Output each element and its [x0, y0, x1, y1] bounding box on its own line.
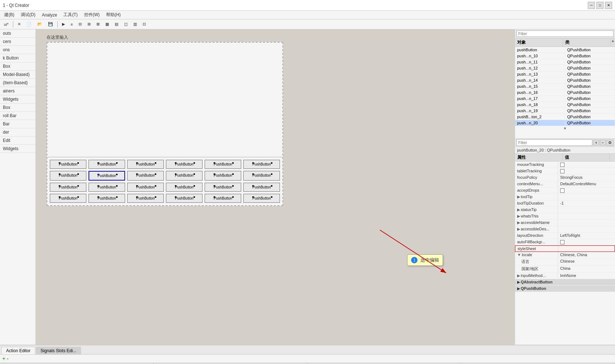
prop-filter-input[interactable] — [516, 139, 592, 146]
sidebar-item-box2[interactable]: Box — [0, 104, 35, 112]
sidebar-item-box[interactable]: Box — [0, 62, 35, 71]
sidebar-item-widgets[interactable]: Widgets — [0, 95, 35, 104]
object-row-1[interactable]: push...n_10QPushButton — [515, 53, 615, 59]
push-button-2-3[interactable]: PushButton — [166, 183, 202, 192]
prop-settings-button[interactable]: ⚙ — [606, 140, 614, 146]
maximize-button[interactable]: □ — [596, 2, 604, 9]
push-button-0-1[interactable]: PushButton — [89, 160, 125, 169]
checkbox-1[interactable] — [560, 169, 564, 173]
sidebar-item-model[interactable]: Model-Based) — [0, 71, 35, 79]
object-row-6[interactable]: push...n_15QPushButton — [515, 83, 615, 90]
prop-row-5[interactable]: ▶toolTip — [515, 194, 615, 200]
toolbar-save[interactable]: 💾 — [46, 21, 56, 28]
scroll-down-arrow[interactable]: ▼ — [515, 126, 615, 131]
prop-value-17[interactable]: ImhNone — [558, 273, 615, 279]
push-button-3-5[interactable]: PushButton — [243, 194, 280, 203]
prop-value-11[interactable]: LeftToRight — [558, 233, 615, 239]
object-row-7[interactable]: push...n_16QPushButton — [515, 90, 615, 96]
object-row-3[interactable]: push...n_12QPushButton — [515, 65, 615, 71]
sidebar-item-bar[interactable]: Bar — [0, 120, 35, 128]
close-button[interactable]: ✕ — [605, 2, 612, 9]
toolbar-layout7[interactable]: ◫ — [121, 21, 130, 28]
add-action-button[interactable]: + — [2, 355, 5, 362]
remove-action-button[interactable]: - — [7, 356, 9, 361]
menu-tools[interactable]: 工具(T) — [61, 11, 80, 19]
prop-row-16[interactable]: 国家/地区 China — [515, 265, 615, 273]
prop-add-button[interactable]: + — [593, 140, 599, 145]
prop-row-11[interactable]: layoutDirection LeftToRight — [515, 233, 615, 239]
sidebar-item-rollbar[interactable]: roll Bar — [0, 112, 35, 120]
object-row-0[interactable]: pushButtonQPushButton — [515, 47, 615, 53]
toolbar-layout6[interactable]: ▤ — [112, 21, 121, 28]
prop-value-0[interactable] — [558, 162, 615, 168]
prop-value-3[interactable]: DefaultContextMenu — [558, 181, 615, 187]
menu-analyze[interactable]: Analyze — [39, 12, 60, 18]
prop-row-9[interactable]: ▶accessibleName — [515, 220, 615, 226]
prop-value-7[interactable] — [558, 207, 615, 213]
prop-value-13[interactable] — [558, 246, 615, 252]
prop-row-6[interactable]: toolTipDuration -1 — [515, 200, 615, 207]
prop-row-8[interactable]: ▶whatsThis — [515, 213, 615, 220]
push-button-0-4[interactable]: PushButton — [205, 160, 241, 169]
prop-row-13[interactable]: styleSheet — [515, 245, 615, 252]
push-button-1-5[interactable]: PushButton — [243, 171, 280, 181]
prop-value-10[interactable] — [558, 226, 615, 232]
push-button-2-4[interactable]: PushButton — [205, 183, 241, 192]
push-button-2-5[interactable]: PushButton — [243, 183, 280, 192]
toolbar-layout8[interactable]: ▥ — [131, 21, 139, 28]
prop-value-16[interactable]: China — [558, 265, 615, 272]
sidebar-item-item[interactable]: (Item-Based) — [0, 79, 35, 87]
prop-value-9[interactable] — [558, 220, 615, 226]
prop-remove-button[interactable]: − — [600, 140, 606, 145]
toolbar-layout5[interactable]: ▦ — [103, 21, 111, 28]
prop-value-4[interactable] — [558, 187, 615, 193]
push-button-0-2[interactable]: PushButton — [127, 160, 164, 169]
push-button-2-0[interactable]: PushButton — [50, 183, 86, 192]
sidebar-item-outs[interactable]: outs — [0, 29, 35, 38]
sidebar-item-widgets2[interactable]: Widgets — [0, 145, 35, 153]
tab-signals-slots[interactable]: Signals Slots Edi... — [36, 347, 81, 354]
prop-row-1[interactable]: tabletTracking — [515, 168, 615, 174]
prop-value-2[interactable]: StrongFocus — [558, 174, 615, 181]
toolbar-layout3[interactable]: ⊞ — [85, 21, 93, 28]
push-button-3-0[interactable]: PushButton — [50, 194, 86, 203]
menu-help[interactable]: 帮助(H) — [103, 11, 124, 19]
push-button-0-3[interactable]: PushButton — [166, 160, 202, 169]
push-button-0-5[interactable]: PushButton — [243, 160, 280, 169]
prop-value-6[interactable]: -1 — [558, 200, 615, 206]
window-controls[interactable]: ─ □ ✕ — [588, 2, 612, 9]
prop-value-8[interactable] — [558, 213, 615, 219]
object-row-9[interactable]: push...n_18QPushButton — [515, 102, 615, 108]
sidebar-item-edit[interactable]: Edit — [0, 136, 35, 145]
prop-value-15[interactable]: Chinese — [558, 258, 615, 265]
push-button-0-0[interactable]: PushButton — [50, 160, 86, 169]
object-filter-input[interactable] — [516, 30, 614, 37]
menu-debug[interactable]: 调试(D) — [18, 11, 38, 19]
object-row-5[interactable]: push...n_14QPushButton — [515, 77, 615, 83]
prop-value-5[interactable] — [558, 194, 615, 200]
toolbar-layout9[interactable]: ⊡ — [140, 21, 148, 28]
prop-row-14[interactable]: ▼locale Chinese, China — [515, 252, 615, 258]
checkbox-4[interactable] — [560, 188, 564, 193]
checkbox-12[interactable] — [560, 240, 564, 244]
toolbar-layout2[interactable]: ⊟ — [76, 21, 84, 28]
toolbar-build[interactable]: ▶ — [59, 21, 67, 28]
prop-value-14[interactable]: Chinese, China — [558, 252, 615, 258]
object-row-12[interactable]: push...n_20QPushButton — [515, 120, 615, 126]
push-button-1-1[interactable]: PushButton — [89, 171, 125, 181]
sidebar-item-button[interactable]: k Button — [0, 54, 35, 62]
prop-row-10[interactable]: ▶accessibleDes... — [515, 226, 615, 233]
prop-value-12[interactable] — [558, 239, 615, 245]
sidebar-item-containers[interactable]: ainers — [0, 87, 35, 95]
scroll-up-arrow[interactable]: ▲ — [611, 38, 615, 47]
minimize-button[interactable]: ─ — [588, 2, 595, 9]
menu-widgets[interactable]: 控件(W) — [81, 11, 102, 19]
toolbar-close[interactable]: ✕ — [15, 21, 23, 28]
sidebar-item-ons[interactable]: ons — [0, 46, 35, 54]
toolbar-layout4[interactable]: ⊠ — [94, 21, 102, 28]
object-row-10[interactable]: push...n_19QPushButton — [515, 108, 615, 114]
object-row-8[interactable]: push...n_17QPushButton — [515, 96, 615, 102]
push-button-2-1[interactable]: PushButton — [89, 183, 125, 192]
toolbar-new[interactable]: 📄 — [24, 21, 34, 28]
sidebar-item-cers[interactable]: cers — [0, 38, 35, 46]
